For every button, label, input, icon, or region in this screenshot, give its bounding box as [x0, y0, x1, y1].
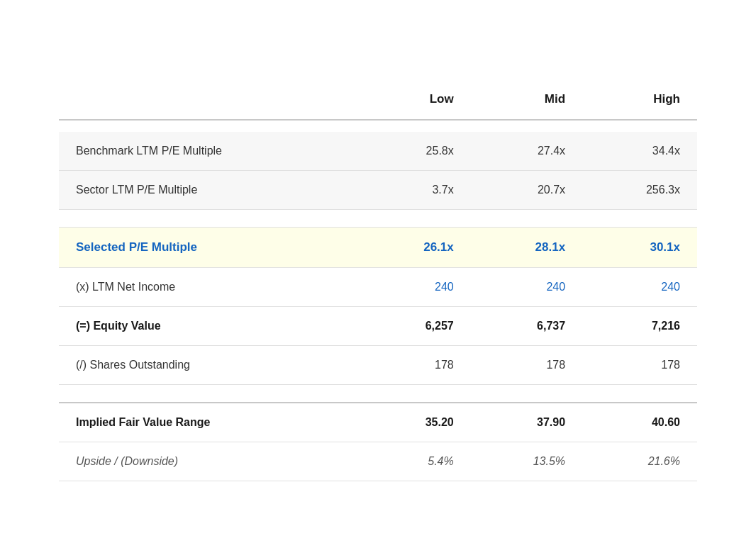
selected-high: 30.1x [582, 227, 697, 267]
benchmark-low: 25.8x [362, 132, 471, 171]
header-label-col [59, 79, 362, 120]
selected-label: Selected P/E Multiple [59, 227, 362, 267]
header-mid: Mid [471, 79, 582, 120]
table-row: Benchmark LTM P/E Multiple 25.8x 27.4x 3… [59, 132, 697, 171]
equity-value-low: 6,257 [362, 306, 471, 345]
implied-fair-value-row: Implied Fair Value Range 35.20 37.90 40.… [59, 403, 697, 442]
benchmark-high: 34.4x [582, 132, 697, 171]
header-low: Low [362, 79, 471, 120]
benchmark-label: Benchmark LTM P/E Multiple [59, 132, 362, 171]
ltm-net-income-high: 240 [582, 267, 697, 306]
table-row: Sector LTM P/E Multiple 3.7x 20.7x 256.3… [59, 170, 697, 209]
selected-low: 26.1x [362, 227, 471, 267]
equity-value-mid: 6,737 [471, 306, 582, 345]
selected-mid: 28.1x [471, 227, 582, 267]
table-header-row: Low Mid High [59, 79, 697, 120]
sector-high: 256.3x [582, 170, 697, 209]
spacer-row-2 [59, 209, 697, 227]
benchmark-mid: 27.4x [471, 132, 582, 171]
upside-downside-label: Upside / (Downside) [59, 442, 362, 481]
table-row: (/) Shares Outstanding 178 178 178 [59, 345, 697, 384]
spacer-row-3 [59, 384, 697, 403]
implied-fair-value-label: Implied Fair Value Range [59, 403, 362, 442]
shares-outstanding-label: (/) Shares Outstanding [59, 345, 362, 384]
table-row: (x) LTM Net Income 240 240 240 [59, 267, 697, 306]
ltm-net-income-mid: 240 [471, 267, 582, 306]
equity-value-high: 7,216 [582, 306, 697, 345]
equity-value-label: (=) Equity Value [59, 306, 362, 345]
spacer-row-1 [59, 120, 697, 132]
sector-low: 3.7x [362, 170, 471, 209]
ltm-net-income-low: 240 [362, 267, 471, 306]
main-table-container: Low Mid High Benchmark LTM P/E Multiple … [59, 79, 697, 481]
upside-downside-row: Upside / (Downside) 5.4% 13.5% 21.6% [59, 442, 697, 481]
valuation-table: Low Mid High Benchmark LTM P/E Multiple … [59, 79, 697, 481]
upside-downside-low: 5.4% [362, 442, 471, 481]
ltm-net-income-label: (x) LTM Net Income [59, 267, 362, 306]
implied-fair-value-low: 35.20 [362, 403, 471, 442]
header-high: High [582, 79, 697, 120]
sector-label: Sector LTM P/E Multiple [59, 170, 362, 209]
equity-value-row: (=) Equity Value 6,257 6,737 7,216 [59, 306, 697, 345]
shares-outstanding-high: 178 [582, 345, 697, 384]
implied-fair-value-mid: 37.90 [471, 403, 582, 442]
sector-mid: 20.7x [471, 170, 582, 209]
shares-outstanding-low: 178 [362, 345, 471, 384]
implied-fair-value-high: 40.60 [582, 403, 697, 442]
upside-downside-high: 21.6% [582, 442, 697, 481]
upside-downside-mid: 13.5% [471, 442, 582, 481]
selected-pe-row: Selected P/E Multiple 26.1x 28.1x 30.1x [59, 227, 697, 267]
shares-outstanding-mid: 178 [471, 345, 582, 384]
